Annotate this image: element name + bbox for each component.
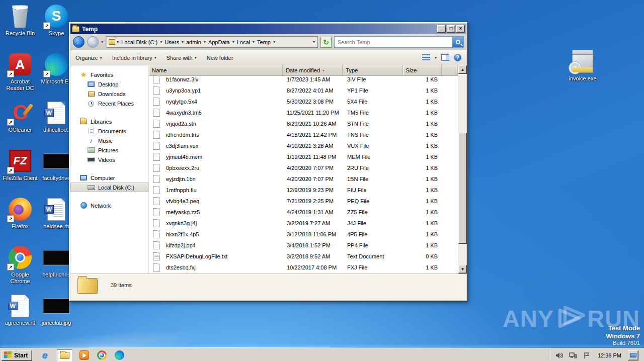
toolbar-include-in-library[interactable]: Include in library▾ (112, 55, 156, 61)
table-row[interactable]: yjmuut4b.mem1/19/2021 11:48 PMMEM File1 … (149, 151, 458, 162)
breadcrumb-separator-icon[interactable]: ▾ (160, 40, 162, 44)
volume-icon[interactable] (555, 351, 564, 359)
forward-button[interactable]: → (87, 36, 99, 48)
table-row[interactable]: idhcnddm.tns4/18/2021 12:42 PMTNS File1 … (149, 129, 458, 140)
file-name: yjmuut4b.mem (163, 154, 284, 160)
file-size: 1 KB (405, 242, 441, 248)
sidebar-item-favorites[interactable]: ★Favorites (70, 70, 148, 79)
table-row[interactable]: 4waxydn3.tm511/25/2021 11:20 PMTM5 File1… (149, 107, 458, 118)
column-header-size[interactable]: Size (403, 65, 442, 75)
sidebar-item-desktop[interactable]: Desktop (70, 79, 148, 89)
back-button[interactable]: ← (73, 36, 85, 48)
recycle-bin-icon (7, 3, 33, 29)
scrollbar-thumb[interactable] (458, 133, 467, 244)
taskbar-clock[interactable]: 12:36 PM (596, 352, 623, 358)
column-headers: NameDate modified▾TypeSize (149, 65, 458, 76)
desktop-icon-acrobat-reader-dc[interactable]: A↗Acrobat Reader DC (2, 51, 38, 100)
desktop-icon-recycle-bin[interactable]: Recycle Bin (2, 3, 38, 51)
network-icon[interactable] (569, 351, 578, 359)
table-row[interactable]: nyqlytgo.5x45/30/2022 3:08 PM5X4 File1 K… (149, 96, 458, 107)
breadcrumb-separator-icon[interactable]: ▾ (204, 40, 206, 44)
taskbar-edge-button[interactable] (114, 350, 125, 361)
show-desktop-button[interactable] (628, 350, 638, 360)
scroll-down-icon[interactable]: ▼ (458, 265, 467, 274)
minimize-button[interactable]: _ (437, 25, 446, 33)
window-titlebar[interactable]: Temp _□× (70, 24, 466, 34)
change-view-dropdown-icon[interactable]: ▾ (435, 55, 437, 60)
table-row[interactable]: u3ynp3oa.yp18/27/2022 4:01 AMYP1 File1 K… (149, 85, 458, 96)
sidebar-item-videos[interactable]: Videos (70, 155, 148, 164)
maximize-button[interactable]: □ (447, 25, 455, 33)
file-type: 3IV File (344, 76, 405, 82)
table-row[interactable]: mefyaskg.zz54/24/2019 1:31 AMZZ5 File1 K… (149, 207, 458, 218)
taskbar-explorer-button[interactable] (57, 349, 72, 361)
sidebar-item-local-disk-c-[interactable]: Local Disk (C:) (70, 183, 148, 192)
breadcrumb-separator-icon[interactable]: ▾ (232, 40, 234, 44)
desktop-icon-firefox[interactable]: ↗Firefox (2, 196, 38, 244)
preview-pane-icon[interactable] (441, 54, 449, 61)
table-row[interactable]: 1mtfnpph.fiu12/9/2019 9:23 PMFIU File1 K… (149, 185, 458, 196)
taskbar-ie-button[interactable]: e (39, 350, 50, 361)
column-header-type[interactable]: Type (343, 65, 403, 75)
toolbar-new-folder[interactable]: New folder (207, 55, 233, 61)
start-button[interactable]: Start (2, 350, 32, 361)
scroll-up-icon[interactable]: ▲ (458, 65, 467, 74)
table-row[interactable]: b1faonwz.3iv1/7/2023 1:45 AM3IV File1 KB (149, 74, 458, 85)
breadcrumb-dropdown-icon[interactable]: ▾ (313, 40, 315, 44)
breadcrumb-segment[interactable]: Local Disk (C:) (120, 39, 158, 45)
search-input[interactable] (335, 39, 452, 45)
taskbar-media-player-button[interactable] (78, 350, 90, 361)
table-row[interactable]: vrjqod2a.stn8/29/2021 10:26 AMSTN File1 … (149, 118, 458, 129)
desktop-icon-invoice-exe[interactable]: invoice.exe (565, 48, 601, 82)
desktop-icon-agreenew-rtf[interactable]: Wagreenew.rtf (2, 293, 38, 341)
taskbar-chrome-button[interactable] (96, 350, 107, 361)
column-header-name[interactable]: Name (149, 65, 283, 75)
history-dropdown-icon[interactable]: ▾ (101, 40, 103, 44)
sidebar-item-music[interactable]: ♪Music (70, 136, 148, 145)
breadcrumb-segment[interactable]: admin (185, 39, 202, 45)
breadcrumb-segment[interactable]: Local (236, 39, 251, 45)
vertical-scrollbar[interactable]: ▲ ▼ (458, 65, 466, 274)
table-row[interactable]: FXSAPIDebugLogFile.txt3/2/2018 9:52 AMTe… (149, 251, 458, 262)
file-icon (153, 230, 160, 238)
breadcrumb-segment[interactable]: Users (164, 39, 180, 45)
file-size: 1 KB (405, 198, 441, 204)
close-button[interactable]: × (456, 25, 465, 33)
table-row[interactable]: dts2esbq.fxj10/22/2017 4:08 PMFXJ File1 … (149, 262, 458, 273)
desktop-icon-label: CCleaner (9, 127, 32, 133)
sidebar-item-recent-places[interactable]: Recent Places (70, 99, 148, 108)
toolbar-organize[interactable]: Organize▾ (75, 55, 102, 61)
sidebar-item-pictures[interactable]: Pictures (70, 145, 148, 155)
sidebar-item-libraries[interactable]: Libraries (70, 117, 148, 126)
help-icon[interactable]: ? (454, 54, 461, 61)
sidebar-item-documents[interactable]: Documents (70, 126, 148, 136)
table-row[interactable]: vfvbq4e3.peq7/21/2019 2:25 PMPEQ File1 K… (149, 196, 458, 207)
refresh-button[interactable]: ↻ (320, 37, 332, 48)
breadcrumb-separator-icon[interactable]: ▾ (117, 40, 119, 44)
column-header-date-modified[interactable]: Date modified▾ (283, 65, 343, 75)
system-tray: 12:36 PM (550, 350, 642, 361)
table-row[interactable]: c3dj3lam.vux4/10/2021 3:28 AMVUX File1 K… (149, 140, 458, 151)
file-icon (153, 164, 160, 172)
table-row[interactable]: 0pbxeexx.2ru4/20/2020 7:07 PM2RU File1 K… (149, 162, 458, 173)
table-row[interactable]: eyjzdjtn.1bn4/20/2020 7:07 PM1BN File1 K… (149, 173, 458, 185)
table-row[interactable]: kifzdp2j.pp43/4/2018 1:52 PMPP4 File1 KB (149, 240, 458, 251)
sidebar-item-network[interactable]: Network (70, 201, 148, 210)
search-button[interactable] (452, 37, 463, 47)
toolbar-share-with[interactable]: Share with▾ (167, 55, 197, 61)
breadcrumb-separator-icon[interactable]: ▾ (182, 40, 184, 44)
table-row[interactable]: xvgnkd3g.j4j3/2/2019 7:27 AMJ4J File1 KB (149, 218, 458, 229)
sidebar-item-downloads[interactable]: Downloads (70, 89, 148, 99)
breadcrumb-separator-icon[interactable]: ▾ (273, 40, 275, 44)
change-view-icon[interactable] (422, 54, 430, 61)
desktop-icon-filezilla-client[interactable]: FZ↗FileZilla Client (2, 148, 38, 196)
watermark-lines: Test Mode Windows 7 Build 7601 (503, 324, 640, 347)
breadcrumb-segment[interactable]: AppData (207, 39, 231, 45)
sidebar-item-computer[interactable]: Computer (70, 173, 148, 183)
breadcrumb-segment[interactable]: Temp (256, 39, 272, 45)
action-center-flag-icon[interactable] (582, 351, 591, 359)
breadcrumb-separator-icon[interactable]: ▾ (253, 40, 255, 44)
desktop-icon-ccleaner[interactable]: C↗CCleaner (2, 100, 38, 148)
table-row[interactable]: hkxn2f1x.4p53/12/2018 11:06 PM4P5 File1 … (149, 229, 458, 240)
desktop-icon-google-chrome[interactable]: ↗Google Chrome (2, 244, 38, 293)
